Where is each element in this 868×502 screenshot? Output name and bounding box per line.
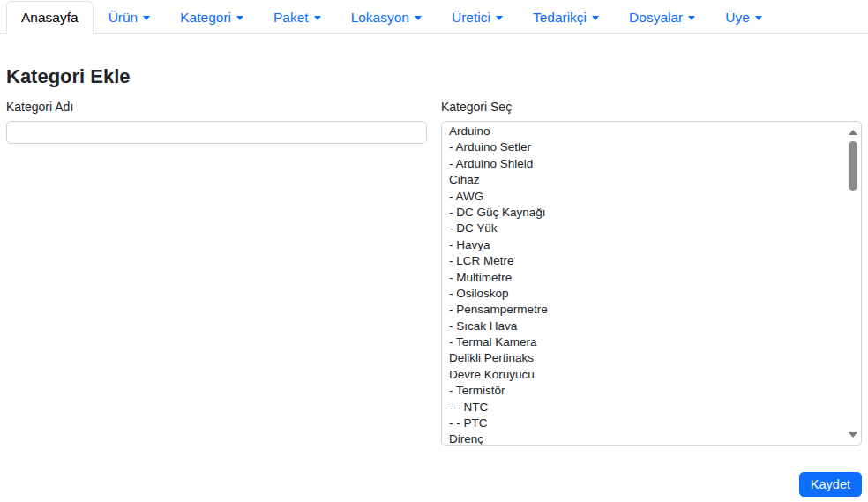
kategori-option[interactable]: - Osiloskop xyxy=(442,286,845,302)
tab-anasayfa[interactable]: Anasayfa xyxy=(6,1,94,34)
main-content: Kategori Ekle Kategori Adı Kategori Seç … xyxy=(0,65,868,446)
chevron-down-icon xyxy=(496,16,503,20)
page-title: Kategori Ekle xyxy=(6,65,862,88)
kategori-option[interactable]: - LCR Metre xyxy=(442,253,845,269)
nav-tab-item: Ürün xyxy=(94,1,166,34)
kategori-option[interactable]: Direnç xyxy=(442,431,845,445)
main-nav: Anasayfa Ürün Kategori Paket Lokasyon Ür… xyxy=(0,0,868,34)
nav-tab-label: Tedarikçi xyxy=(533,10,587,25)
kaydet-button[interactable]: Kaydet xyxy=(799,472,862,497)
tab-tedarikçi[interactable]: Tedarikçi xyxy=(518,1,614,34)
kategori-form: Kategori Adı Kategori Seç Arduino - Ardu… xyxy=(6,100,862,446)
nav-tab-item: Kategori xyxy=(165,1,258,34)
kategori-adi-input[interactable] xyxy=(6,121,427,144)
kategori-option[interactable]: - Sıcak Hava xyxy=(442,318,845,334)
scroll-up-icon xyxy=(849,130,857,135)
tab-ürün[interactable]: Ürün xyxy=(94,1,166,34)
kategori-option[interactable]: - Termistör xyxy=(442,383,845,399)
kategori-options: Arduino - Arduino Setler - Arduino Shiel… xyxy=(442,124,845,445)
kategori-sec-label: Kategori Seç xyxy=(441,100,862,114)
chevron-down-icon xyxy=(415,16,422,20)
scroll-down-icon xyxy=(849,432,857,438)
kategori-option[interactable]: Devre Koruyucu xyxy=(442,367,845,383)
nav-tab-label: Anasayfa xyxy=(21,10,79,25)
kategori-sec-column: Kategori Seç Arduino - Arduino Setler - … xyxy=(441,100,862,446)
chevron-down-icon xyxy=(236,16,243,20)
kategori-option[interactable]: Arduino xyxy=(442,124,845,139)
nav-tab-label: Lokasyon xyxy=(351,10,409,25)
kategori-select[interactable]: Arduino - Arduino Setler - Arduino Shiel… xyxy=(441,121,862,446)
chevron-down-icon xyxy=(755,16,762,20)
nav-tab-item: Üretici xyxy=(437,1,518,34)
tab-üretici[interactable]: Üretici xyxy=(437,1,518,34)
scrollbar[interactable] xyxy=(845,123,860,444)
kategori-adi-label: Kategori Adı xyxy=(6,100,427,114)
tab-kategori[interactable]: Kategori xyxy=(165,1,258,34)
nav-tab-label: Kategori xyxy=(180,10,231,25)
nav-tab-label: Ürün xyxy=(108,10,138,25)
kategori-option[interactable]: - Arduino Setler xyxy=(442,139,845,155)
scroll-down-button[interactable] xyxy=(845,427,860,442)
nav-tab-item: Dosyalar xyxy=(614,1,710,34)
kategori-option[interactable]: - Pensampermetre xyxy=(442,302,845,318)
nav-tab-label: Dosyalar xyxy=(629,10,683,25)
chevron-down-icon xyxy=(314,16,321,20)
kategori-option[interactable]: - Termal Kamera xyxy=(442,334,845,350)
scroll-up-button[interactable] xyxy=(845,124,860,139)
nav-tab-item: Tedarikçi xyxy=(518,1,614,34)
kategori-option[interactable]: - Multimetre xyxy=(442,270,845,286)
kategori-option[interactable]: - DC Yük xyxy=(442,221,845,236)
kategori-adi-column: Kategori Adı xyxy=(6,100,427,446)
chevron-down-icon xyxy=(592,16,599,20)
kategori-option[interactable]: Delikli Pertinaks xyxy=(442,350,845,366)
nav-tab-item: Üye xyxy=(710,1,777,34)
kategori-option[interactable]: - - NTC xyxy=(442,400,845,416)
tab-üye[interactable]: Üye xyxy=(710,1,777,34)
kategori-option[interactable]: - - PTC xyxy=(442,416,845,431)
tab-lokasyon[interactable]: Lokasyon xyxy=(336,1,437,34)
nav-tab-item: Lokasyon xyxy=(336,1,437,34)
nav-tab-label: Üretici xyxy=(452,10,490,25)
nav-tab-item: Anasayfa xyxy=(6,1,94,34)
nav-tab-label: Paket xyxy=(273,10,309,25)
kategori-option[interactable]: - DC Güç Kaynağı xyxy=(442,205,845,221)
tab-dosyalar[interactable]: Dosyalar xyxy=(614,1,710,34)
chevron-down-icon xyxy=(143,16,150,20)
chevron-down-icon xyxy=(688,16,695,20)
kategori-option[interactable]: Cihaz xyxy=(442,172,845,188)
tab-paket[interactable]: Paket xyxy=(258,1,336,34)
nav-tab-item: Paket xyxy=(258,1,336,34)
nav-tab-label: Üye xyxy=(725,10,750,25)
kategori-option[interactable]: - Arduino Shield xyxy=(442,156,845,172)
form-footer: Kaydet xyxy=(0,472,868,497)
kategori-option[interactable]: - Havya xyxy=(442,237,845,253)
kategori-option[interactable]: - AWG xyxy=(442,189,845,205)
scrollbar-thumb[interactable] xyxy=(849,141,857,191)
